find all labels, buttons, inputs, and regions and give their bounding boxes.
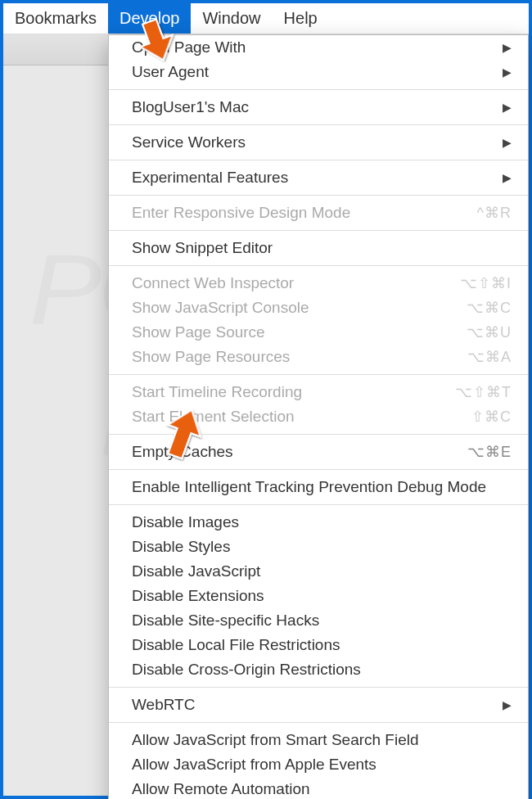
submenu-arrow-icon: ▶ [503, 698, 512, 711]
menu-item-label: Allow JavaScript from Smart Search Field [132, 731, 512, 749]
menu-item-disable-cross-origin-restrictions[interactable]: Disable Cross-Origin Restrictions [109, 657, 528, 682]
menu-item-allow-javascript-from-apple-events[interactable]: Allow JavaScript from Apple Events [109, 752, 528, 777]
menu-item-open-page-with[interactable]: Open Page With▶ [109, 35, 528, 60]
menu-item-show-page-resources: Show Page Resources⌥⌘A [109, 345, 528, 369]
keyboard-shortcut: ⌥⇧⌘I [460, 274, 512, 292]
menu-item-disable-images[interactable]: Disable Images [109, 510, 528, 535]
submenu-arrow-icon: ▶ [503, 101, 512, 114]
menu-separator [109, 89, 528, 90]
menu-item-label: Empty Caches [132, 443, 467, 461]
menu-separator [109, 687, 528, 688]
menu-item-label: Show JavaScript Console [132, 299, 467, 317]
menu-item-label: Start Timeline Recording [132, 383, 455, 401]
keyboard-shortcut: ⌥⌘U [467, 323, 512, 341]
menu-item-show-snippet-editor[interactable]: Show Snippet Editor [109, 236, 528, 260]
menu-item-label: Open Page With [132, 38, 503, 56]
menu-item-label: Start Element Selection [132, 408, 471, 426]
menu-item-empty-caches[interactable]: Empty Caches⌥⌘E [109, 440, 528, 464]
menu-item-disable-extensions[interactable]: Disable Extensions [109, 584, 528, 608]
menu-item-label: Show Page Source [132, 323, 467, 341]
menu-separator [109, 124, 528, 125]
menu-item-label: Service Workers [132, 133, 503, 151]
menu-item-service-workers[interactable]: Service Workers▶ [109, 130, 528, 155]
menu-item-disable-javascript[interactable]: Disable JavaScript [109, 559, 528, 584]
menubar: Bookmarks Develop Window Help [3, 3, 529, 34]
menu-item-label: Disable Site-specific Hacks [132, 612, 512, 630]
develop-dropdown-menu: Open Page With▶User Agent▶BlogUser1's Ma… [108, 34, 529, 799]
menu-item-disable-local-file-restrictions[interactable]: Disable Local File Restrictions [109, 633, 528, 657]
menu-item-label: Experimental Features [132, 169, 503, 187]
menu-separator [109, 195, 528, 196]
menu-item-bloguser1-s-mac[interactable]: BlogUser1's Mac▶ [109, 95, 528, 120]
menu-separator [109, 504, 528, 505]
menu-separator [109, 434, 528, 435]
menu-separator [109, 265, 528, 266]
keyboard-shortcut: ⇧⌘C [471, 408, 512, 426]
menu-item-label: Show Page Resources [132, 348, 467, 366]
menu-help[interactable]: Help [273, 3, 329, 34]
menu-item-label: Enable Intelligent Tracking Prevention D… [132, 478, 512, 496]
menu-item-label: Show Snippet Editor [132, 239, 512, 257]
menu-separator [109, 469, 528, 470]
menu-item-connect-web-inspector: Connect Web Inspector⌥⇧⌘I [109, 271, 528, 296]
menu-item-show-javascript-console: Show JavaScript Console⌥⌘C [109, 296, 528, 320]
menu-item-label: Disable Images [132, 513, 512, 531]
menu-item-allow-remote-automation[interactable]: Allow Remote Automation [109, 777, 528, 799]
keyboard-shortcut: ⌥⌘E [467, 443, 512, 461]
menu-item-label: Disable Cross-Origin Restrictions [132, 661, 512, 679]
menu-separator [109, 230, 528, 231]
menu-item-label: Disable Extensions [132, 587, 512, 605]
keyboard-shortcut: ⌥⌘C [467, 299, 512, 317]
menu-item-disable-site-specific-hacks[interactable]: Disable Site-specific Hacks [109, 608, 528, 633]
menu-bookmarks[interactable]: Bookmarks [3, 3, 108, 34]
menu-item-start-timeline-recording: Start Timeline Recording⌥⇧⌘T [109, 380, 528, 404]
menu-separator [109, 160, 528, 160]
menu-item-label: Allow JavaScript from Apple Events [132, 756, 512, 774]
menu-window[interactable]: Window [191, 3, 272, 34]
menu-item-enter-responsive-design-mode: Enter Responsive Design Mode^⌘R [109, 201, 528, 225]
menu-item-user-agent[interactable]: User Agent▶ [109, 60, 528, 84]
menu-separator [109, 374, 528, 375]
menu-item-allow-javascript-from-smart-search-field[interactable]: Allow JavaScript from Smart Search Field [109, 728, 528, 752]
menu-item-webrtc[interactable]: WebRTC▶ [109, 693, 528, 717]
menu-item-experimental-features[interactable]: Experimental Features▶ [109, 165, 528, 190]
menu-item-show-page-source: Show Page Source⌥⌘U [109, 320, 528, 345]
menu-item-label: Disable Styles [132, 538, 512, 556]
menu-develop[interactable]: Develop [108, 3, 191, 34]
submenu-arrow-icon: ▶ [503, 136, 512, 149]
submenu-arrow-icon: ▶ [503, 171, 512, 184]
menu-item-enable-intelligent-tracking-prevention-debug-mode[interactable]: Enable Intelligent Tracking Prevention D… [109, 475, 528, 499]
menu-item-label: Disable Local File Restrictions [132, 636, 512, 654]
keyboard-shortcut: ⌥⌘A [467, 348, 512, 366]
submenu-arrow-icon: ▶ [503, 41, 512, 54]
keyboard-shortcut: ^⌘R [477, 204, 512, 222]
menu-item-label: WebRTC [132, 696, 503, 714]
menu-separator [109, 722, 528, 723]
menu-item-start-element-selection: Start Element Selection⇧⌘C [109, 404, 528, 429]
submenu-arrow-icon: ▶ [503, 65, 512, 79]
menu-item-label: Enter Responsive Design Mode [132, 204, 477, 222]
keyboard-shortcut: ⌥⇧⌘T [455, 383, 512, 401]
menu-item-label: BlogUser1's Mac [132, 98, 503, 116]
menu-item-disable-styles[interactable]: Disable Styles [109, 535, 528, 559]
menu-item-label: Disable JavaScript [132, 562, 512, 580]
menu-item-label: User Agent [132, 63, 503, 81]
menu-item-label: Allow Remote Automation [132, 780, 512, 798]
menu-item-label: Connect Web Inspector [132, 274, 460, 292]
